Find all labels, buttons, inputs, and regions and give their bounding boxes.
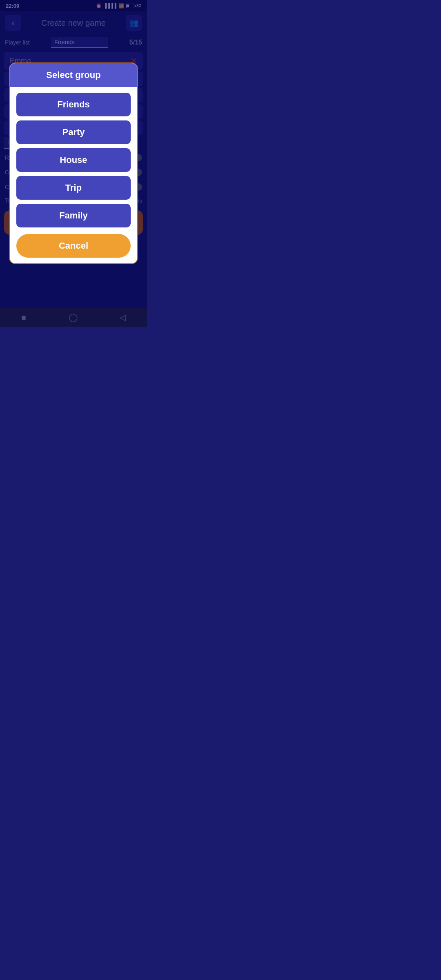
modal-title: Select group [46, 70, 100, 80]
modal-body: Friends Party House Trip Family Cancel [10, 87, 138, 263]
cancel-button[interactable]: Cancel [16, 234, 131, 258]
group-option-house[interactable]: House [16, 148, 131, 172]
modal-header: Select group [10, 63, 138, 87]
select-group-modal: Select group Friends Party House Trip Fa… [9, 62, 138, 264]
group-option-party[interactable]: Party [16, 120, 131, 144]
group-option-friends[interactable]: Friends [16, 93, 131, 116]
modal-overlay[interactable]: Select group Friends Party House Trip Fa… [0, 0, 147, 327]
group-option-family[interactable]: Family [16, 204, 131, 227]
group-option-trip[interactable]: Trip [16, 176, 131, 200]
